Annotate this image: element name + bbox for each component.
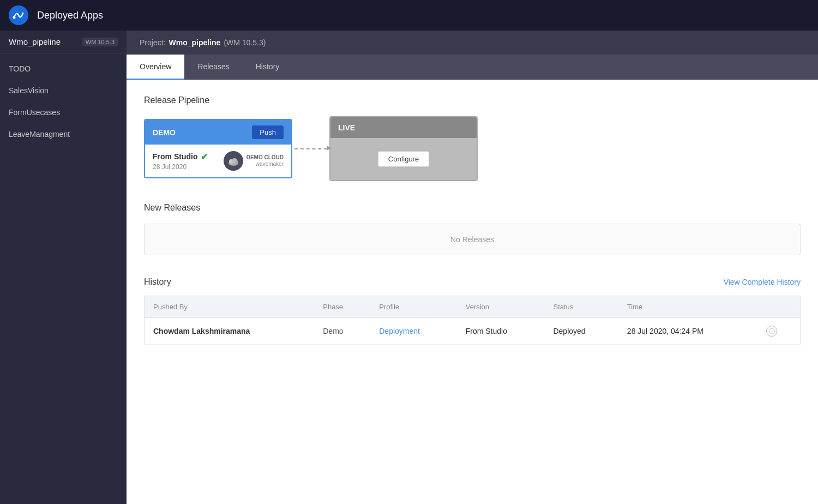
- project-name-bold: Wmo_pipeline: [169, 38, 220, 47]
- tabs-bar: Overview Releases History: [127, 55, 818, 80]
- history-header: History View Complete History: [144, 277, 801, 287]
- arrow-line-icon: [294, 148, 327, 149]
- app-title: Deployed Apps: [37, 10, 103, 21]
- app-logo-icon: [9, 5, 28, 25]
- cell-status: Deployed: [544, 318, 618, 345]
- stage-demo-header: DEMO Push: [145, 120, 291, 145]
- content-area: Project: Wmo_pipeline (WM 10.5.3) Overvi…: [127, 31, 818, 504]
- history-table-head: Pushed By Phase Profile Version Status T…: [145, 296, 801, 318]
- tab-history[interactable]: History: [243, 55, 293, 80]
- project-label: Project:: [140, 38, 165, 47]
- svg-point-5: [235, 160, 238, 164]
- cell-pushed-by: Chowdam Lakshmiramana: [145, 318, 315, 345]
- no-releases-message: No Releases: [450, 235, 494, 244]
- stage-demo: DEMO Push From Studio ✔ 28 Jul 2020: [144, 119, 292, 178]
- history-section: History View Complete History Pushed By …: [144, 277, 801, 345]
- cell-info: ⓘ: [757, 318, 800, 345]
- main-layout: Wmo_pipeline WM 10.5.3 TODO SalesVision …: [0, 31, 818, 504]
- pipeline-arrow: [294, 148, 327, 149]
- green-check-icon: ✔: [201, 152, 208, 162]
- no-releases-box: No Releases: [144, 224, 801, 255]
- sidebar-version-badge: WM 10.5.3: [82, 38, 118, 46]
- history-table-body: Chowdam Lakshmiramana Demo Deployment Fr…: [145, 318, 801, 345]
- stage-live-body: Configure: [330, 138, 477, 180]
- stage-live-header: LIVE: [330, 117, 477, 138]
- demo-cloud-circle-icon: [224, 151, 243, 171]
- col-status: Status: [544, 296, 618, 318]
- new-releases-section: New Releases No Releases: [144, 203, 801, 255]
- sidebar-item-todo[interactable]: TODO: [0, 58, 127, 80]
- cell-phase: Demo: [314, 318, 370, 345]
- col-time: Time: [618, 296, 758, 318]
- sidebar-project-name: Wmo_pipeline: [9, 37, 61, 46]
- stage-live: LIVE Configure: [329, 116, 478, 181]
- col-phase: Phase: [314, 296, 370, 318]
- svg-point-1: [13, 16, 16, 19]
- page-content: Release Pipeline DEMO Push From Studio: [127, 80, 818, 504]
- stage-live-label: LIVE: [338, 123, 355, 132]
- stage-demo-date: 28 Jul 2020: [153, 163, 208, 171]
- history-title: History: [144, 277, 171, 287]
- demo-cloud-label1: DEMO CLOUD: [246, 154, 284, 161]
- history-table-header-row: Pushed By Phase Profile Version Status T…: [145, 296, 801, 318]
- demo-cloud-label2: wavemaker: [246, 161, 284, 167]
- tab-overview[interactable]: Overview: [127, 55, 184, 80]
- stage-demo-body: From Studio ✔ 28 Jul 2020: [145, 145, 291, 177]
- project-version: (WM 10.5.3): [224, 38, 266, 47]
- tab-releases[interactable]: Releases: [184, 55, 242, 80]
- release-pipeline-title: Release Pipeline: [144, 95, 801, 105]
- top-header: Deployed Apps: [0, 0, 818, 31]
- info-icon[interactable]: ⓘ: [766, 326, 777, 337]
- sidebar: Wmo_pipeline WM 10.5.3 TODO SalesVision …: [0, 31, 127, 504]
- pipeline-stages: DEMO Push From Studio ✔ 28 Jul 2020: [144, 116, 801, 181]
- col-profile: Profile: [370, 296, 456, 318]
- history-table: Pushed By Phase Profile Version Status T…: [144, 296, 801, 345]
- configure-button[interactable]: Configure: [378, 151, 429, 167]
- table-row: Chowdam Lakshmiramana Demo Deployment Fr…: [145, 318, 801, 345]
- cell-version: From Studio: [457, 318, 545, 345]
- sidebar-project-header: Wmo_pipeline WM 10.5.3: [0, 31, 127, 53]
- stage-from-studio-label: From Studio ✔: [153, 152, 208, 162]
- new-releases-title: New Releases: [144, 203, 801, 213]
- demo-cloud-logo: DEMO CLOUD wavemaker: [224, 151, 284, 171]
- demo-cloud-text: DEMO CLOUD wavemaker: [246, 154, 284, 167]
- sidebar-nav: TODO SalesVision FormUsecases LeaveManag…: [0, 53, 127, 149]
- release-pipeline-section: Release Pipeline DEMO Push From Studio: [144, 95, 801, 181]
- push-button[interactable]: Push: [252, 125, 284, 139]
- stage-from-studio-info: From Studio ✔ 28 Jul 2020: [153, 152, 208, 171]
- project-header-bar: Project: Wmo_pipeline (WM 10.5.3): [127, 31, 818, 55]
- sidebar-item-formusecases[interactable]: FormUsecases: [0, 101, 127, 123]
- profile-link[interactable]: Deployment: [379, 327, 420, 335]
- sidebar-item-salesvision[interactable]: SalesVision: [0, 80, 127, 101]
- col-pushed-by: Pushed By: [145, 296, 315, 318]
- col-version: Version: [457, 296, 545, 318]
- col-actions: [757, 296, 800, 318]
- view-complete-history-link[interactable]: View Complete History: [724, 278, 801, 286]
- cell-profile: Deployment: [370, 318, 456, 345]
- stage-demo-label: DEMO: [153, 128, 176, 137]
- sidebar-item-leavemanagment[interactable]: LeaveManagment: [0, 123, 127, 145]
- cell-time: 28 Jul 2020, 04:24 PM: [618, 318, 758, 345]
